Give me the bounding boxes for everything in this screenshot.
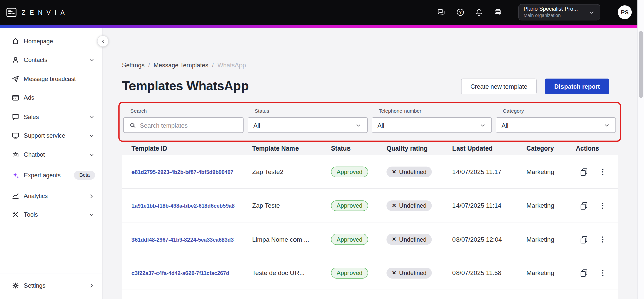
chevron-down-icon [355,122,362,129]
sidebar-item-analytics[interactable]: Analytics [0,186,102,205]
breadcrumb-settings[interactable]: Settings [122,61,144,68]
gear-icon [11,281,20,289]
sidebar-collapse-button[interactable] [97,35,108,47]
ads-icon [11,94,20,102]
status-badge: Approved [331,166,368,177]
search-input[interactable] [140,122,238,129]
tools-icon [11,211,20,219]
sidebar-item-label: Homepage [24,38,53,45]
sidebar-item-tools[interactable]: Tools [0,205,102,224]
table-header: Template ID Template Name Status Quality… [122,142,618,155]
sidebar-item-label: Ads [24,95,34,101]
sidebar-item-label: Chatbot [24,152,45,158]
sparkles-icon [11,171,20,179]
print-icon[interactable] [493,8,502,17]
user-avatar[interactable]: PS [618,5,632,19]
quality-label: Undefined [399,269,426,276]
x-icon: ✕ [392,270,396,276]
telephone-label: Telephone number [379,108,492,114]
search-label: Search [130,108,244,114]
app-root: Z·E·N·V·I·A ? [0,0,644,299]
page-title: Templates WhatsApp [122,79,249,94]
sidebar-item-settings[interactable]: Settings [0,276,102,295]
copy-icon[interactable] [579,234,588,244]
copy-icon[interactable] [579,201,588,210]
help-icon[interactable]: ? [455,8,465,17]
row-actions [576,167,618,176]
last-updated: 08/07/2025 12:04 [452,236,527,243]
sidebar-item-contacts[interactable]: Contacts [0,51,102,70]
template-name: Teste de doc UR... [252,269,331,276]
status-select[interactable]: All [248,117,368,133]
chevron-left-icon [100,38,106,44]
conversations-icon[interactable] [437,8,446,17]
sidebar-item-expert-agents[interactable]: Expert agents Beta [0,166,102,184]
copy-icon[interactable] [579,268,588,277]
quality-label: Undefined [399,202,426,209]
chatbot-icon [11,151,20,159]
organization-name: Plano Specialist Pro... [524,6,578,13]
dispatch-report-button[interactable]: Dispatch report [545,79,609,94]
contacts-icon [11,56,20,64]
template-id-link[interactable]: 1a91e1bb-f18b-498a-bbe2-618d6ceb59a8 [131,203,234,209]
x-icon: ✕ [392,169,396,175]
column-header-last-updated: Last Updated [452,145,527,152]
kebab-menu-icon[interactable] [598,167,607,176]
chevron-down-icon [603,122,610,129]
chevron-right-icon [88,192,95,199]
breadcrumb-separator: / [148,61,150,68]
sidebar-item-message-broadcast[interactable]: Message broadcast [0,70,102,88]
sidebar-item-ads[interactable]: Ads [0,88,102,107]
quality-badge: ✕Undefined [386,234,432,245]
kebab-menu-icon[interactable] [598,201,607,210]
template-id-link[interactable]: e81d2795-2923-4b2b-bf87-4bf5d9b90407 [131,169,233,175]
category-value: All [502,122,508,129]
sidebar-item-label: Message broadcast [24,76,76,82]
chevron-down-icon [588,9,595,16]
template-id-link[interactable]: 361ddf48-2967-41b9-8224-5ea33ca683d3 [131,236,234,242]
quality-label: Undefined [399,236,426,243]
category-select[interactable]: All [496,117,616,133]
breadcrumb-message-templates[interactable]: Message Templates [154,61,208,68]
column-header-template-name: Template Name [252,145,331,152]
status-badge: Approved [331,200,368,211]
sidebar-item-chatbot[interactable]: Chatbot [0,145,102,164]
status-badge: Approved [331,234,368,245]
topbar-actions: ? Plano Specialist Pro... Main organiza [437,4,632,20]
create-template-button[interactable]: Create new template [461,79,537,94]
search-icon [129,122,136,129]
column-header-status: Status [331,145,387,152]
sidebar-item-label: Analytics [24,193,48,199]
scrollbar-thumb[interactable] [639,31,643,98]
page-scrollbar[interactable] [637,0,644,299]
sidebar-item-support-service[interactable]: Support service [0,126,102,145]
send-icon [11,75,20,83]
templates-table: e81d2795-2923-4b2b-bf87-4bf5d9b90407 Zap… [122,155,618,299]
kebab-menu-icon[interactable] [598,268,607,277]
template-id-link[interactable]: c3f22a37-c4fa-4d42-a626-7f11cfac267d [131,270,229,276]
sidebar-item-homepage[interactable]: Homepage [0,32,102,50]
table-row: e81d2795-2923-4b2b-bf87-4bf5d9b90407 Zap… [122,155,618,189]
sidebar-item-label: Support service [24,132,65,139]
copy-icon[interactable] [579,167,588,176]
chevron-down-icon [88,132,95,139]
kebab-menu-icon[interactable] [598,234,607,244]
title-row: Templates WhatsApp Create new template D… [122,78,618,95]
accent-gradient-bar [0,25,644,28]
notifications-bell-icon[interactable] [475,8,484,17]
sidebar-item-label: Settings [24,282,45,289]
template-name: Zap Teste2 [252,168,331,175]
template-name: Zap Teste [252,202,331,209]
sidebar-item-sales[interactable]: Sales [0,108,102,126]
top-bar: Z·E·N·V·I·A ? [0,0,644,25]
organization-selector[interactable]: Plano Specialist Pro... Main organizatio… [518,4,600,20]
telephone-select[interactable]: All [372,117,492,133]
x-icon: ✕ [392,202,396,208]
category: Marketing [526,269,576,276]
sidebar-item-label: Contacts [24,57,47,63]
chevron-down-icon [88,56,95,63]
table-row: c3f22a37-c4fa-4d42-a626-7f11cfac267d Tes… [122,256,618,290]
category: Marketing [526,236,576,243]
home-icon [11,37,20,45]
search-box [123,117,244,133]
